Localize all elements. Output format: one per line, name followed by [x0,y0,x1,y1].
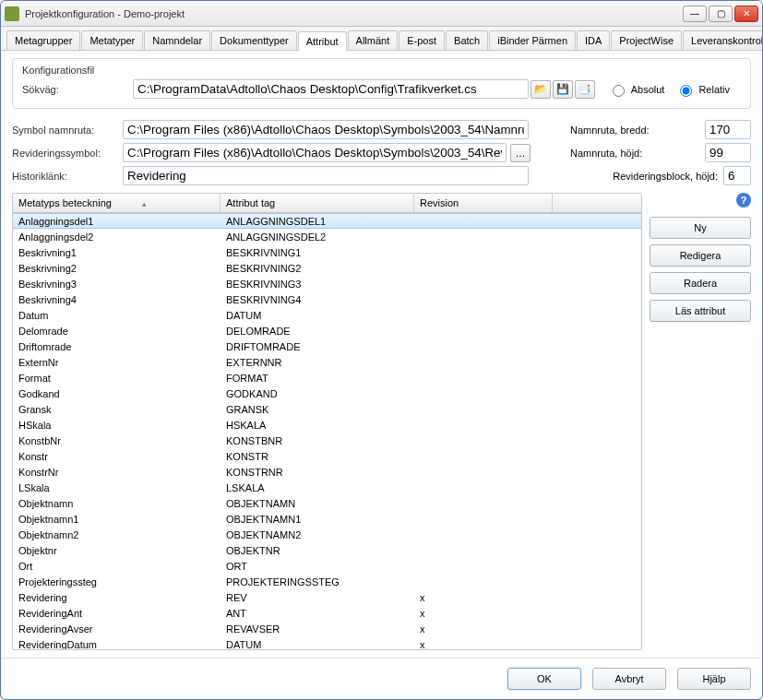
tab-allmänt[interactable]: Allmänt [348,30,399,50]
table-row[interactable]: FormatFORMAT [13,370,641,386]
table-row[interactable]: KonstrNrKONSTRNR [13,464,641,480]
sokvag-input[interactable] [133,79,529,99]
sokvag-label: Sökväg: [22,84,133,95]
tab-namndelar[interactable]: Namndelar [144,30,210,50]
config-file-legend: Konfigurationsfil [22,65,741,76]
revblock-label: Revideringsblock, höjd: [613,171,718,182]
window-frame: Projektkonfiguration - Demo-projekt — ▢ … [0,0,763,700]
tab-batch[interactable]: Batch [446,30,488,50]
col-header-metatyps[interactable]: Metatyps beteckning ▴ [13,194,221,212]
table-row[interactable]: ObjektnamnOBJEKTNAMN [13,495,641,511]
table-row[interactable]: KonstrKONSTR [13,448,641,464]
table-row[interactable]: ExternNrEXTERNNR [13,354,641,370]
absolut-radio-input[interactable] [613,85,625,97]
tab-ida[interactable]: IDA [577,30,610,50]
table-row[interactable]: GranskGRANSK [13,401,641,417]
absolut-radio[interactable]: Absolut [608,82,676,97]
ny-button[interactable]: Ny [650,217,751,239]
table-row[interactable]: Anlaggningsdel2ANLAGGNINGSDEL2 [13,229,641,244]
table-row[interactable]: KonstbNrKONSTBNR [13,433,641,448]
table-row[interactable]: Objektnamn1OBJEKTNAMN1 [13,511,641,527]
table-row[interactable]: Beskrivning1BESKRIVNING1 [13,244,641,260]
table-row[interactable]: DelomradeDELOMRADE [13,323,641,338]
tab-projectwise[interactable]: ProjectWise [611,30,682,50]
relativ-radio-input[interactable] [680,85,692,97]
open-icon[interactable]: 📂 [531,80,551,99]
table-row[interactable]: RevideringREVx [13,589,641,605]
attribut-grid: Metatyps beteckning ▴ Attribut tag Revis… [12,193,642,650]
ok-button[interactable]: OK [507,668,581,690]
bredd-label: Namnruta, bredd: [570,125,699,136]
bredd-input[interactable] [705,120,751,139]
table-row[interactable]: Beskrivning3BESKRIVNING3 [13,276,641,291]
hist-input[interactable] [123,166,529,185]
symbol-label: Symbol namnruta: [12,125,123,136]
maximize-button[interactable]: ▢ [709,6,733,22]
radera-button[interactable]: Radera [650,272,751,294]
las-attribut-button[interactable]: Läs attribut [650,300,751,322]
table-row[interactable]: ProjekteringsstegPROJEKTERINGSSTEG [13,574,641,589]
tab-metagrupper[interactable]: Metagrupper [6,30,80,50]
rev-label: Revideringssymbol: [12,148,123,159]
tab-dokumenttyper[interactable]: Dokumenttyper [211,30,297,50]
table-row[interactable]: Anlaggningsdel1ANLAGGNINGSDEL1 [13,213,641,229]
symbol-input[interactable] [123,120,529,139]
table-row[interactable]: GodkandGODKAND [13,386,641,401]
close-button[interactable]: ✕ [734,6,758,22]
table-row[interactable]: RevideringAvserREVAVSERx [13,621,641,636]
hojd-input[interactable] [705,143,751,162]
relativ-radio[interactable]: Relativ [675,82,741,97]
sort-indicator-icon: ▴ [142,199,147,208]
rev-browse-button[interactable]: … [510,144,531,162]
table-row[interactable]: DatumDATUM [13,307,641,323]
table-row[interactable]: LSkalaLSKALA [13,480,641,495]
tab-leveranskontroll[interactable]: Leveranskontroll [683,30,763,50]
save-icon[interactable]: 💾 [553,80,573,99]
dialog-footer: OK Avbryt Hjälp [1,658,762,699]
table-row[interactable]: RevideringDatumDATUMx [13,636,641,649]
tabstrip: MetagrupperMetatyperNamndelarDokumenttyp… [1,27,762,51]
tab-attribut[interactable]: Attribut [298,31,347,51]
table-row[interactable]: ObjektnrOBJEKTNR [13,542,641,558]
hojd-label: Namnruta, höjd: [570,148,699,159]
table-row[interactable]: Beskrivning2BESKRIVNING2 [13,260,641,276]
tab-metatyper[interactable]: Metatyper [81,30,143,50]
table-row[interactable]: OrtORT [13,558,641,574]
grid-header: Metatyps beteckning ▴ Attribut tag Revis… [13,194,641,213]
table-row[interactable]: DriftomradeDRIFTOMRADE [13,338,641,354]
table-row[interactable]: Objektnamn2OBJEKTNAMN2 [13,527,641,542]
table-row[interactable]: HSkalaHSKALA [13,417,641,433]
col-header-attributtag[interactable]: Attribut tag [221,194,414,212]
grid-scroll[interactable]: Metatyps beteckning ▴ Attribut tag Revis… [13,194,641,649]
table-row[interactable]: RevideringAntANTx [13,605,641,621]
hjalp-button[interactable]: Hjälp [677,668,751,690]
avbryt-button[interactable]: Avbryt [592,668,666,690]
redigera-button[interactable]: Redigera [650,244,751,267]
help-icon[interactable]: ? [736,193,751,208]
col-header-revision[interactable]: Revision [414,194,553,212]
revblock-input[interactable] [723,166,751,185]
tab-e-post[interactable]: E-post [399,30,445,50]
titlebar: Projektkonfiguration - Demo-projekt — ▢ … [1,1,762,27]
config-file-group: Konfigurationsfil Sökväg: 📂 💾 📑 Absolut … [12,58,751,109]
hist-label: Historiklänk: [12,171,123,182]
app-icon [5,6,19,21]
window-title: Projektkonfiguration - Demo-projekt [25,8,683,19]
tab-ibinder-pärmen[interactable]: iBinder Pärmen [489,30,576,50]
rev-input[interactable] [123,143,507,162]
table-row[interactable]: Beskrivning4BESKRIVNING4 [13,291,641,307]
minimize-button[interactable]: — [683,6,707,22]
copy-icon[interactable]: 📑 [575,80,595,99]
